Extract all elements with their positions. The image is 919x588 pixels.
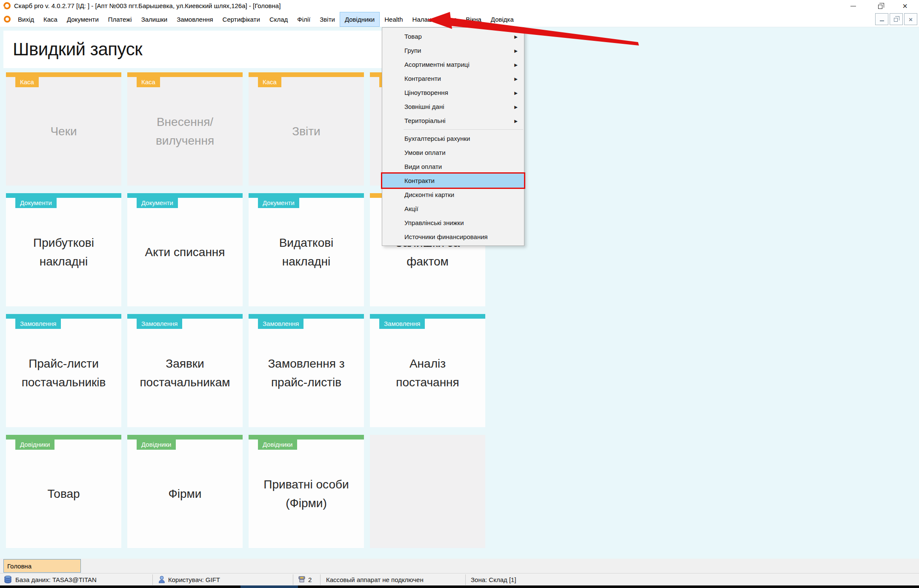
tile-tovar[interactable]: Довідники Товар <box>6 435 121 548</box>
taskbar-active-segment <box>240 585 298 588</box>
tile-analiz-postachannya[interactable]: Замовлення Аналіз постачання <box>370 314 485 427</box>
dropdown-item-bukhhalterski-rakhunky[interactable]: Бухгалтерські рахунки <box>382 131 524 146</box>
status-separator <box>320 574 321 585</box>
database-icon <box>4 576 11 583</box>
tile-cheky[interactable]: Каса Чеки <box>6 72 121 186</box>
tile-category-bar <box>6 314 121 319</box>
dovidnyky-dropdown-menu: Товар▶ Групи▶ Асортиментні матриці▶ Конт… <box>382 27 524 246</box>
dropdown-item-tsinoutvorennya[interactable]: Ціноутворення▶ <box>382 86 524 100</box>
menu-item-sklad[interactable]: Склад <box>265 12 292 27</box>
submenu-arrow-icon: ▶ <box>514 48 518 53</box>
app-logo-small-icon <box>4 16 11 23</box>
menu-item-sertyfikaty[interactable]: Сертифікати <box>218 12 265 27</box>
app-logo-icon <box>3 2 11 9</box>
tile-category-bar <box>249 314 364 319</box>
status-bar: База даних: TASA3@TITAN Користувач: GIFT… <box>0 573 919 585</box>
tile-zayavky-postachalnykam[interactable]: Замовлення Заявки постачальникам <box>127 314 243 427</box>
restore-icon <box>894 18 898 22</box>
mdi-minimize-button[interactable] <box>875 13 888 25</box>
submenu-arrow-icon: ▶ <box>514 104 518 109</box>
tile-vydatkovi-nakladni[interactable]: Документи Видаткові накладні <box>249 193 364 306</box>
taskbar-edge <box>0 585 919 588</box>
status-separator <box>152 574 153 585</box>
minimize-icon <box>880 20 884 21</box>
submenu-arrow-icon: ▶ <box>514 34 518 39</box>
dropdown-item-hrupy[interactable]: Групи▶ <box>382 43 524 57</box>
submenu-arrow-icon: ▶ <box>514 90 518 95</box>
tile-category-bar <box>127 193 243 198</box>
dropdown-item-istochniki-finansirovaniya[interactable]: Источники финансирования <box>382 230 524 244</box>
tile-prays-lysty-postachalnykiv[interactable]: Замовлення Прайс-листи постачальників <box>6 314 121 427</box>
tile-pryvatni-osoby[interactable]: Довідники Приватні особи (Фірми) <box>249 435 364 548</box>
status-user: Користувач: GIFT <box>168 576 220 583</box>
dropdown-item-vydy-oplaty[interactable]: Види оплати <box>382 160 524 174</box>
submenu-arrow-icon: ▶ <box>514 76 518 81</box>
menu-item-zalyshky[interactable]: Залишки <box>137 12 172 27</box>
tile-empty <box>370 435 485 548</box>
tile-category-bar <box>249 435 364 440</box>
tab-holovna[interactable]: Головна <box>3 559 81 573</box>
tile-category-bar <box>127 435 243 440</box>
tile-akty-spysannya[interactable]: Документи Акти списання <box>127 193 243 306</box>
menu-bar: Вихід Каса Документи Платежі Залишки Зам… <box>0 12 919 27</box>
status-cash-message: Кассовый аппарат не подключен <box>326 576 424 583</box>
menu-item-nalashtuvannya[interactable]: Налаштування <box>408 12 461 27</box>
dropdown-item-umovy-oplaty[interactable]: Умови оплати <box>382 146 524 160</box>
dropdown-item-tovar[interactable]: Товар▶ <box>382 29 524 43</box>
dropdown-item-kontrakty[interactable]: Контракти <box>382 174 524 188</box>
menu-item-health[interactable]: Health <box>380 12 407 27</box>
tile-firmy[interactable]: Довідники Фірми <box>127 435 243 548</box>
menu-item-zvity[interactable]: Звіти <box>315 12 340 27</box>
title-bar: Скарб pro v. 4.0.2.77 [ІД: ] - [Апт №003… <box>0 0 919 12</box>
status-separator <box>293 574 293 585</box>
mdi-window-controls: × <box>875 13 917 25</box>
status-zone: Зона: Склад [1] <box>471 576 516 583</box>
menu-item-kasa[interactable]: Каса <box>39 12 62 27</box>
menu-item-filii[interactable]: Філії <box>292 12 315 27</box>
window-restore-button[interactable] <box>870 0 891 12</box>
tile-category-bar <box>6 193 121 198</box>
tile-vnesennya-vyluchennya[interactable]: Каса Внесення/вилучення <box>127 72 243 186</box>
restore-icon <box>878 5 882 9</box>
mdi-restore-button[interactable] <box>890 13 903 25</box>
window-close-button[interactable]: × <box>894 0 916 12</box>
mdi-close-button[interactable]: × <box>904 13 917 25</box>
menu-item-dovidka[interactable]: Довідка <box>486 12 518 27</box>
dropdown-item-upravlinski-znyzhky[interactable]: Управлінські знижки <box>382 216 524 230</box>
tile-category-bar <box>249 193 364 198</box>
menu-item-vyhid[interactable]: Вихід <box>13 12 39 27</box>
status-cash-count: 2 <box>308 576 312 583</box>
user-icon <box>158 576 165 583</box>
bottom-tab-strip: Головна <box>0 559 919 573</box>
menu-item-dovidnyky[interactable]: Довідники <box>340 12 380 27</box>
submenu-arrow-icon: ▶ <box>514 62 518 67</box>
tile-category-bar <box>127 314 243 319</box>
tile-category-bar <box>249 72 364 77</box>
cash-register-icon <box>298 576 306 583</box>
dropdown-item-zovnishni-dani[interactable]: Зовнішні дані▶ <box>382 100 524 114</box>
menu-item-dokumenty[interactable]: Документи <box>62 12 103 27</box>
tile-category-bar <box>127 72 243 77</box>
dropdown-item-terytorialni[interactable]: Територіальні▶ <box>382 114 524 128</box>
submenu-arrow-icon: ▶ <box>514 118 518 123</box>
window-title: Скарб pro v. 4.0.2.77 [ІД: ] - [Апт №003… <box>14 2 281 9</box>
menu-item-vikna[interactable]: Вікна <box>461 12 486 27</box>
minimize-icon <box>850 6 856 6</box>
tile-zamovlennya-z-prays-lystiv[interactable]: Замовлення Замовлення з прайс-листів <box>249 314 364 427</box>
menu-separator <box>404 129 523 130</box>
status-database: База даних: TASA3@TITAN <box>15 576 97 583</box>
tile-zvity[interactable]: Каса Звіти <box>249 72 364 186</box>
dropdown-item-aktsii[interactable]: Акції <box>382 202 524 216</box>
tile-prybutkovi-nakladni[interactable]: Документи Прибуткові накладні <box>6 193 121 306</box>
dropdown-item-kontrahenty[interactable]: Контрагенти▶ <box>382 71 524 86</box>
dropdown-item-asortymentni-matrytsi[interactable]: Асортиментні матриці▶ <box>382 57 524 71</box>
status-separator <box>465 574 466 585</box>
window-minimize-button[interactable] <box>842 0 864 12</box>
tile-category-bar <box>6 435 121 440</box>
dropdown-item-dyskontni-kartky[interactable]: Дисконтні картки <box>382 188 524 202</box>
page-title: Швидкий запуск <box>3 39 142 60</box>
menu-item-zamovlennya[interactable]: Замовлення <box>172 12 218 27</box>
tile-category-bar <box>6 72 121 77</box>
tile-category-bar <box>370 314 485 319</box>
menu-item-platezhi[interactable]: Платежі <box>103 12 137 27</box>
